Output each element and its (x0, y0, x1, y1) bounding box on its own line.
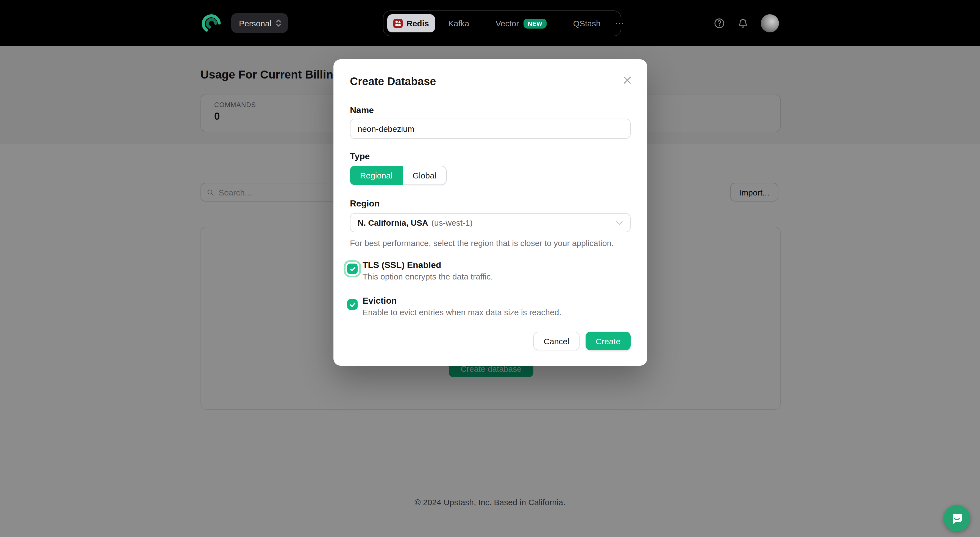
type-label: Type (350, 151, 370, 161)
help-button[interactable] (714, 17, 725, 29)
notifications-button[interactable] (737, 17, 749, 29)
tls-checkbox[interactable] (347, 264, 358, 274)
product-nav: Redis Kafka Vector NEW QStash ⋯ (383, 10, 621, 36)
org-switcher-button[interactable]: Personal (231, 13, 288, 33)
create-button[interactable]: Create (585, 332, 631, 350)
region-code: (us-west-1) (431, 218, 473, 227)
check-icon (349, 301, 356, 308)
check-icon (349, 265, 356, 272)
chat-launcher-button[interactable] (944, 505, 970, 532)
redis-icon (393, 19, 402, 28)
upstash-logo-icon[interactable] (201, 13, 222, 33)
eviction-label[interactable]: Eviction (363, 296, 397, 306)
tab-qstash[interactable]: QStash (560, 19, 614, 28)
user-avatar[interactable] (761, 14, 779, 32)
tab-kafka-label: Kafka (448, 19, 469, 28)
name-label: Name (350, 105, 374, 115)
type-option-regional[interactable]: Regional (350, 166, 402, 185)
tab-qstash-label: QStash (573, 19, 601, 28)
org-switcher-label: Personal (239, 18, 271, 28)
eviction-checkbox[interactable] (347, 299, 358, 310)
region-select[interactable]: N. California, USA (us-west-1) (350, 213, 631, 232)
modal-actions: Cancel Create (533, 332, 631, 350)
tab-redis[interactable]: Redis (387, 14, 435, 32)
ellipsis-icon: ⋯ (615, 18, 625, 29)
tls-label[interactable]: TLS (SSL) Enabled (363, 260, 441, 270)
region-label: Region (350, 199, 380, 209)
close-icon (622, 75, 632, 85)
modal-title: Create Database (350, 75, 436, 88)
tab-vector-label: Vector (495, 19, 519, 28)
chevron-down-icon (616, 221, 623, 225)
type-segmented-control: Regional Global (350, 166, 447, 185)
region-helper-text: For best performance, select the region … (350, 238, 614, 248)
bell-icon (737, 17, 749, 29)
tls-description: This option encrypts the data traffic. (363, 272, 493, 281)
type-option-global[interactable]: Global (402, 166, 447, 185)
create-database-modal: Create Database Name Type Regional Globa… (333, 59, 647, 366)
new-badge: NEW (523, 18, 547, 28)
chevron-up-down-icon (276, 19, 281, 27)
chat-bubble-icon (950, 512, 964, 525)
more-products-button[interactable]: ⋯ (614, 17, 627, 29)
eviction-description: Enable to evict entries when max data si… (363, 308, 562, 317)
navbar-right (714, 0, 779, 46)
region-value: N. California, USA (358, 218, 428, 227)
database-name-input[interactable] (350, 119, 631, 139)
tab-kafka[interactable]: Kafka (435, 19, 483, 28)
cancel-button[interactable]: Cancel (533, 332, 579, 350)
tab-vector[interactable]: Vector NEW (482, 18, 560, 28)
close-button[interactable] (622, 75, 633, 86)
tab-redis-label: Redis (407, 19, 429, 28)
top-navbar: Personal Redis Kafka Vector (0, 0, 980, 46)
help-circle-icon (714, 17, 725, 29)
